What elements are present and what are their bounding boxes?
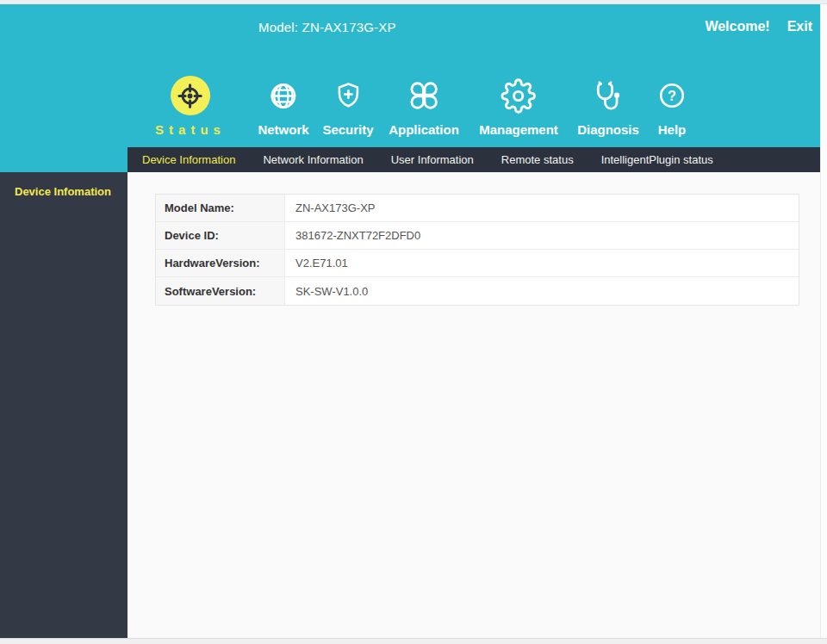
row-label: Model Name: [156, 195, 285, 221]
nav-label: Network [258, 122, 308, 137]
nav-item-diagnosis[interactable]: Diagnosis [577, 71, 639, 137]
table-row: HardwareVersion: V2.E71.01 [156, 250, 799, 277]
nav-item-application[interactable]: Application [389, 71, 459, 137]
sidebar-item-device-infomation[interactable]: Device Infomation [0, 172, 127, 198]
device-info-table: Model Name: ZN-AX173G-XP Device ID: 3816… [155, 194, 799, 306]
shield-plus-icon [333, 80, 364, 111]
tab-intelligentplugin-status[interactable]: IntelligentPlugin status [601, 153, 713, 166]
sub-tab-bar: Device Information Network Information U… [127, 147, 820, 172]
nav-item-help[interactable]: ? Help [657, 71, 687, 137]
table-row: SoftwareVersion: SK-SW-V1.0.0 [156, 277, 799, 305]
row-label: Device ID: [156, 222, 285, 249]
nav-label: Status [155, 122, 226, 137]
row-value: SK-SW-V1.0.0 [285, 277, 799, 305]
nav-label: Help [657, 122, 687, 137]
main-navigation: Status Network [0, 4, 820, 147]
content-panel: Model Name: ZN-AX173G-XP Device ID: 3816… [127, 172, 820, 638]
tab-remote-status[interactable]: Remote status [501, 153, 574, 166]
tab-user-information[interactable]: User Information [391, 153, 474, 166]
nav-label: Management [479, 122, 558, 137]
row-value: ZN-AX173G-XP [285, 195, 799, 221]
horizontal-scrollbar[interactable] [0, 638, 827, 644]
nav-item-network[interactable]: Network [258, 71, 308, 137]
row-value: V2.E71.01 [285, 250, 799, 276]
svg-text:?: ? [668, 88, 676, 103]
nav-label: Application [389, 122, 459, 137]
vertical-scrollbar[interactable] [820, 4, 827, 638]
target-icon [177, 82, 205, 110]
nav-item-management[interactable]: Management [479, 71, 558, 137]
row-label: SoftwareVersion: [156, 277, 285, 305]
table-row: Device ID: 381672-ZNXT72F2DFD0 [156, 222, 799, 250]
app-window: Model: ZN-AX173G-XP Welcome! Exit [0, 4, 820, 638]
question-circle-icon: ? [657, 81, 687, 110]
tab-device-information[interactable]: Device Information [142, 153, 235, 166]
router-admin-screen: Model: ZN-AX173G-XP Welcome! Exit [0, 0, 827, 644]
stethoscope-icon [592, 79, 625, 113]
table-row: Model Name: ZN-AX173G-XP [156, 195, 799, 222]
status-icon-wrap [155, 71, 226, 120]
globe-icon [268, 80, 300, 112]
row-value: 381672-ZNXT72F2DFD0 [285, 222, 799, 249]
row-label: HardwareVersion: [156, 250, 285, 276]
sidebar: Device Infomation [0, 172, 127, 638]
status-active-bubble [171, 76, 210, 115]
nav-item-status[interactable]: Status [155, 71, 226, 137]
nav-label: Diagnosis [577, 122, 639, 137]
nav-item-security[interactable]: Security [322, 71, 373, 137]
clover-icon [407, 79, 440, 112]
nav-label: Security [322, 122, 373, 137]
gear-icon [501, 78, 537, 114]
tab-network-information[interactable]: Network Information [263, 153, 363, 166]
